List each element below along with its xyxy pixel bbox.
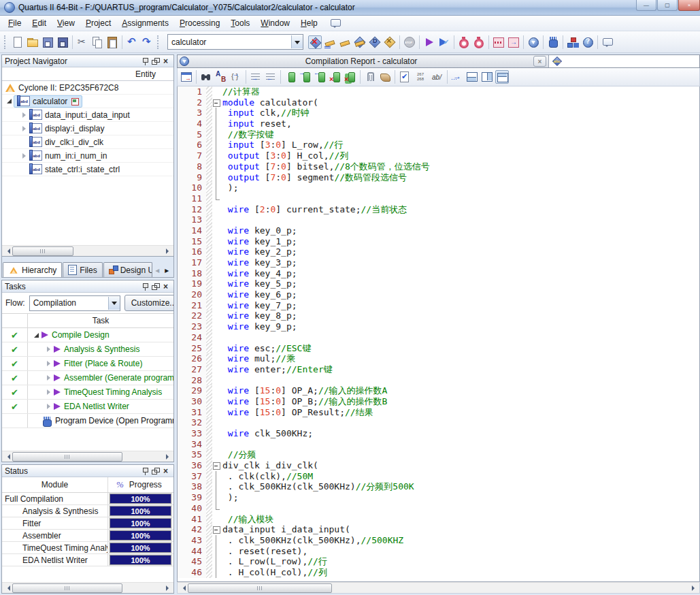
full-view-icon[interactable] — [495, 70, 509, 84]
code-editor[interactable]: 1//计算器2module calculator(3 input clk,//时… — [177, 86, 700, 582]
previous-bookmark-icon[interactable] — [314, 70, 327, 84]
assignments-icon[interactable] — [383, 35, 397, 49]
code-line[interactable]: 42data_input i_data_input( — [178, 524, 699, 535]
code-line[interactable]: 41 //输入模块 — [178, 514, 699, 525]
close-icon[interactable] — [161, 282, 171, 291]
task-row[interactable]: ✔Compile Design — [2, 328, 173, 342]
code-line[interactable]: 6 input [3:0] L_row,//行 — [178, 140, 699, 150]
tab-scroll-left-icon[interactable]: ◂ — [153, 263, 162, 277]
expander-icon[interactable] — [44, 361, 53, 366]
advisor-icon[interactable] — [353, 35, 367, 49]
code-line[interactable]: 24 — [178, 332, 699, 343]
code-line[interactable]: 14 wire key_0_p; — [178, 225, 699, 236]
insert-template-icon[interactable] — [180, 70, 193, 84]
code-line[interactable]: 36div_clk i_div_clk( — [178, 460, 699, 471]
menu-tools[interactable]: Tools — [225, 16, 255, 30]
menu-view[interactable]: View — [52, 16, 80, 30]
replace-icon[interactable] — [214, 70, 228, 84]
pin-icon[interactable] — [140, 57, 150, 66]
toolbar-grip[interactable] — [4, 35, 7, 49]
chevron-down-icon[interactable] — [291, 35, 303, 48]
close-button[interactable]: × — [678, 0, 700, 11]
menu-help[interactable]: Help — [295, 16, 323, 30]
code-line[interactable]: 46 . H_col(H_col),//列 — [178, 567, 699, 578]
expander-icon[interactable] — [20, 153, 29, 159]
code-line[interactable]: 3 input clk,//时钟 — [178, 108, 699, 118]
expander-icon[interactable] — [44, 404, 53, 409]
code-line[interactable]: 18 wire key_4_p; — [178, 268, 699, 279]
delete-bookmark-icon[interactable] — [329, 70, 342, 84]
code-line[interactable]: 8 output [7:0] bitsel,//8个数码管，位选信号 — [178, 161, 699, 172]
design-partition-icon[interactable] — [368, 35, 382, 49]
save-all-icon[interactable] — [56, 35, 69, 49]
attach-icon[interactable] — [363, 70, 377, 84]
start-compilation-icon[interactable] — [422, 35, 436, 49]
code-line[interactable]: 16 wire key_2_p; — [178, 246, 699, 257]
split-pane-right-icon[interactable] — [480, 70, 494, 84]
flow-combobox[interactable]: Compilation — [29, 295, 120, 311]
code-line[interactable]: 7 output [3:0] H_col,//列 — [178, 150, 699, 161]
timing-analyzer-icon[interactable] — [472, 35, 486, 49]
code-line[interactable]: 23 wire key_9_p; — [178, 321, 699, 332]
tree-item-Cyclone II[interactable]: Cyclone II: EP2C35F672C8 — [2, 81, 173, 95]
tab-compilation-report[interactable]: Compilation Report - calculator × — [178, 55, 549, 67]
code-line[interactable]: 28 — [178, 375, 699, 386]
help-icon[interactable] — [581, 35, 595, 49]
restore-icon[interactable] — [150, 466, 161, 476]
menu-project[interactable]: Project — [80, 16, 116, 30]
open-file-icon[interactable] — [26, 35, 39, 49]
restore-icon[interactable] — [150, 57, 161, 66]
next-bookmark-icon[interactable] — [299, 70, 312, 84]
settings-icon[interactable] — [308, 35, 322, 49]
code-line[interactable]: 11 — [178, 193, 699, 204]
scroll-left-icon[interactable] — [2, 583, 12, 593]
unindent-icon[interactable] — [264, 70, 278, 84]
tab-design-units[interactable]: Design Units — [103, 262, 152, 277]
code-line[interactable]: 37 . clk(clk),//50M — [178, 471, 699, 482]
compilation-report-icon[interactable] — [527, 35, 540, 49]
toolbar-grip[interactable] — [157, 35, 161, 49]
tab-source-file[interactable]: abc — [549, 55, 699, 67]
template-icon[interactable] — [378, 70, 392, 84]
code-line[interactable]: 45 . L_row(L_row),//行 — [178, 556, 699, 567]
scroll-right-icon[interactable] — [689, 583, 699, 593]
status-hscrollbar[interactable] — [2, 582, 173, 593]
code-line[interactable]: 17 wire key_3_p; — [178, 257, 699, 268]
delete-all-bookmarks-icon[interactable] — [344, 70, 357, 84]
redo-icon[interactable] — [140, 35, 154, 49]
code-line[interactable]: 22 wire key_8_p; — [178, 310, 699, 321]
scroll-thumb[interactable] — [188, 583, 332, 593]
expander-icon[interactable] — [32, 333, 41, 338]
copy-icon[interactable] — [90, 35, 104, 49]
assignment-editor-icon[interactable] — [323, 35, 337, 49]
tree-item-calculator[interactable]: abdcalculator — [2, 95, 173, 108]
pin-icon[interactable] — [140, 282, 150, 291]
code-line[interactable]: 19 wire key_5_p; — [178, 278, 699, 289]
scroll-right-icon[interactable] — [163, 246, 173, 256]
menu-window[interactable]: Window — [255, 16, 295, 30]
stop-processing-icon[interactable] — [403, 35, 416, 49]
indent-icon[interactable] — [249, 70, 263, 84]
waveform-editor-icon[interactable] — [507, 35, 520, 49]
cut-icon[interactable] — [76, 35, 89, 49]
fold-collapse-icon[interactable] — [212, 524, 222, 535]
expander-icon[interactable] — [5, 99, 14, 103]
code-line[interactable]: 44 . reset(reset), — [178, 546, 699, 557]
find-icon[interactable] — [199, 70, 213, 84]
tab-hierarchy[interactable]: Hierarchy — [3, 262, 62, 277]
fold-collapse-icon[interactable] — [212, 460, 222, 471]
pin-icon[interactable] — [140, 466, 150, 476]
task-row[interactable]: ✔Fitter (Place & Route) — [2, 357, 173, 371]
chevron-down-icon[interactable] — [108, 297, 120, 310]
task-row[interactable]: ✔Assembler (Generate programming files) — [2, 371, 173, 385]
tab-scroll-right-icon[interactable]: ▸ — [163, 263, 171, 277]
editor-hscrollbar[interactable] — [177, 582, 700, 594]
code-line[interactable]: 29 wire [15:0] OP_A;//输入的操作数A — [178, 385, 699, 396]
code-line[interactable]: 32 — [178, 417, 699, 428]
scroll-left-icon[interactable] — [178, 583, 188, 593]
simulation-icon[interactable] — [492, 35, 505, 49]
code-line[interactable]: 15 wire key_1_p; — [178, 236, 699, 247]
expander-icon[interactable] — [44, 389, 53, 395]
fold-collapse-icon[interactable] — [212, 97, 222, 108]
minimize-button[interactable]: — — [636, 0, 656, 11]
